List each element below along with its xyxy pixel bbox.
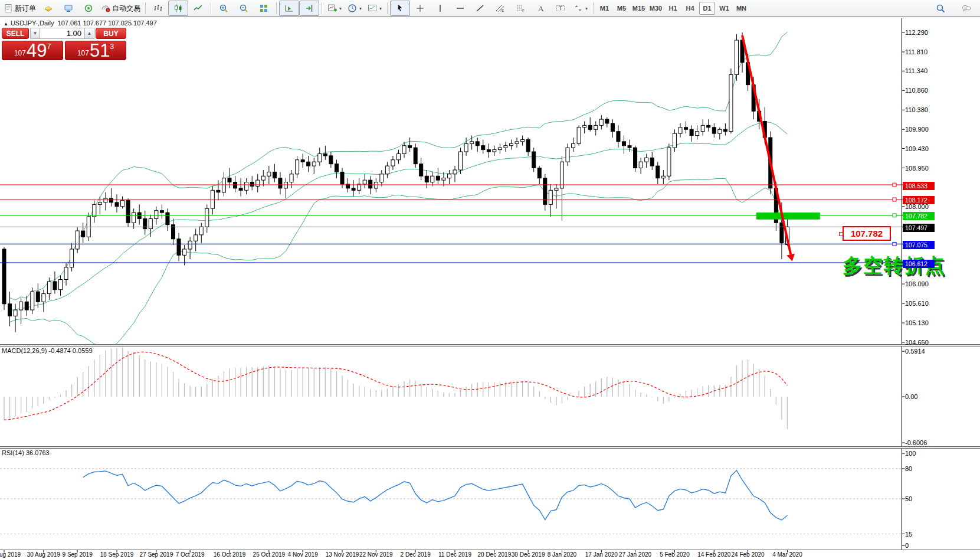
object-marker[interactable] — [893, 214, 896, 217]
dropdown-arrow-icon[interactable]: ▾ — [585, 6, 588, 11]
buy-price-panel[interactable]: 107513 — [65, 41, 126, 60]
market-watch-button[interactable] — [38, 1, 58, 16]
sell-price-panel[interactable]: 107497 — [2, 41, 63, 60]
object-marker[interactable] — [893, 198, 896, 201]
price-tag-108.172: 108.172 — [903, 196, 935, 204]
fibo-icon: F — [516, 4, 525, 13]
indicators-list-button[interactable]: ▾ — [325, 1, 345, 16]
chat-button[interactable] — [956, 1, 976, 16]
text-label-button[interactable]: T — [550, 1, 571, 16]
sell-button[interactable]: SELL — [2, 28, 29, 39]
vertical-line-button[interactable] — [430, 1, 450, 16]
object-marker[interactable] — [893, 242, 896, 246]
timeframe-m15[interactable]: M15 — [631, 2, 647, 15]
dropdown-arrow-icon[interactable]: ▾ — [359, 6, 362, 11]
arrows-button[interactable]: ▾ — [571, 1, 591, 16]
doc-plus-icon — [4, 4, 13, 13]
chat-icon — [962, 4, 971, 13]
date-tick-label: 7 Oct 2019 — [169, 551, 211, 558]
toolbar-separator — [387, 2, 388, 14]
fibonacci-retracement-button[interactable]: F — [510, 1, 530, 16]
volume-input[interactable]: 1.00 — [40, 28, 84, 39]
chart-window: ▲USDJPY-,Daily 107.061 107.677 107.025 1… — [0, 18, 980, 559]
radar-icon — [84, 4, 93, 13]
cursor-icon — [395, 4, 405, 13]
price-tag-107.782: 107.782 — [903, 212, 935, 220]
chart-canvas[interactable] — [0, 18, 980, 559]
highlight-rectangle[interactable] — [756, 213, 820, 220]
search-button[interactable] — [930, 1, 950, 16]
date-tick-label: 16 Oct 2019 — [209, 551, 250, 558]
date-tick-label: 4 Mar 2020 — [766, 551, 808, 558]
equidistant-channel-button[interactable]: E — [490, 1, 510, 16]
dropdown-arrow-icon[interactable]: ▾ — [339, 6, 342, 11]
price-tick-label: 112.290 — [905, 29, 928, 37]
timeframe-m1[interactable]: M1 — [596, 2, 612, 15]
horizontal-line-button[interactable] — [450, 1, 470, 16]
svg-text:F: F — [522, 9, 525, 12]
date-tick-label: 11 Dec 2019 — [434, 551, 476, 558]
macd-signal-line — [4, 352, 787, 420]
date-tick-label: 5 Feb 2020 — [654, 551, 695, 558]
autoscroll-icon — [284, 4, 294, 13]
tile-icon — [259, 4, 268, 13]
crosshair-icon — [415, 4, 425, 13]
rsi-panel-separator[interactable] — [0, 446, 980, 449]
toolbar-separator — [593, 2, 594, 14]
rsi-tick-label: 0 — [905, 542, 909, 550]
label-icon: T — [556, 4, 565, 13]
candlestick-series — [2, 32, 789, 332]
monitor-icon — [64, 4, 73, 13]
chart-title: ▲USDJPY-,Daily 107.061 107.677 107.025 1… — [4, 19, 157, 27]
timeframe-h4[interactable]: H4 — [682, 2, 698, 15]
auto-scroll-button[interactable] — [279, 1, 299, 16]
zoom-out-icon — [239, 4, 248, 13]
auto-trading-button[interactable]: 自动交易 — [99, 1, 143, 16]
new-order-button[interactable]: 新订单 — [1, 1, 38, 16]
chart-collapse-icon[interactable]: ▲ — [4, 21, 8, 27]
timeframe-d1[interactable]: D1 — [699, 2, 715, 15]
crosshair-button[interactable] — [410, 1, 430, 16]
date-tick-label: 9 Sep 2019 — [57, 551, 98, 558]
candlestick-chart-button[interactable] — [168, 1, 188, 16]
periods-button[interactable]: ▾ — [345, 1, 365, 16]
price-level-label[interactable]: 107.782 — [843, 226, 891, 241]
cursor-button[interactable] — [390, 1, 410, 16]
signals-button[interactable] — [78, 1, 99, 16]
object-marker[interactable] — [893, 183, 896, 187]
buy-button[interactable]: BUY — [96, 28, 126, 39]
timeframe-mn[interactable]: MN — [733, 2, 749, 15]
date-tick-label: 4 Nov 2019 — [282, 551, 323, 558]
volume-decrease-icon[interactable]: ▼ — [30, 28, 40, 39]
macd-panel-separator[interactable] — [0, 344, 980, 346]
templates-button[interactable]: ▾ — [365, 1, 385, 16]
timeframe-w1[interactable]: W1 — [716, 2, 732, 15]
zoom-out-button[interactable] — [234, 1, 254, 16]
clock-icon — [348, 4, 357, 13]
bar-chart-button[interactable] — [148, 1, 168, 16]
timeframe-m5[interactable]: M5 — [614, 2, 630, 15]
timeframe-h1[interactable]: H1 — [665, 2, 681, 15]
price-tick-label: 110.380 — [905, 106, 928, 114]
svg-text:E: E — [502, 9, 504, 12]
price-tick-label: 110.860 — [905, 87, 928, 94]
timeframe-m30[interactable]: M30 — [648, 2, 664, 15]
text-button[interactable]: A — [530, 1, 550, 16]
svg-text:A: A — [538, 4, 544, 13]
date-tick-label: 8 Jan 2020 — [541, 551, 582, 558]
indicators-icon — [327, 4, 337, 13]
chart-window-button[interactable] — [58, 1, 78, 16]
dropdown-arrow-icon[interactable]: ▾ — [379, 6, 382, 11]
trendline-button[interactable] — [470, 1, 490, 16]
chart-shift-button[interactable] — [299, 1, 319, 16]
price-axis[interactable] — [0, 18, 980, 550]
volume-increase-icon[interactable]: ▲ — [84, 28, 94, 39]
tile-windows-button[interactable] — [254, 1, 274, 16]
rsi-tick-label: 80 — [905, 465, 912, 473]
zoom-in-button[interactable] — [214, 1, 234, 16]
line-chart-button[interactable] — [188, 1, 208, 16]
shapes-icon — [573, 4, 583, 13]
line-icon — [194, 4, 203, 13]
template-icon — [368, 4, 377, 13]
price-tick-label: 106.090 — [905, 280, 929, 288]
